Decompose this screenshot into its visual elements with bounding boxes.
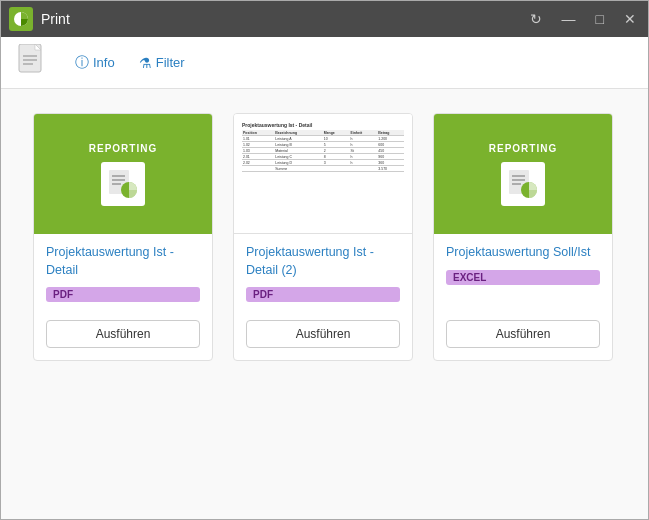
report-card-2: Projektauswertung Ist - Detail PositionB… [233,113,413,361]
card-2-header: Projektauswertung Ist - Detail PositionB… [234,114,412,234]
card-2-body: Projektauswertung Ist - Detail (2) PDF [234,234,412,312]
card-2-badge: PDF [246,287,400,302]
filter-label: Filter [156,55,185,70]
card-3-title: Projektauswertung Soll/Ist [446,244,600,262]
card-3-body: Projektauswertung Soll/Ist EXCEL [434,234,612,312]
report-card-1: REPORTING Projektau [33,113,213,361]
card-1-body: Projektauswertung Ist - Detail PDF [34,234,212,312]
minimize-button[interactable]: — [558,10,580,28]
card-3-footer: Ausführen [434,312,612,360]
app-logo [9,7,33,31]
card-2-footer: Ausführen [234,312,412,360]
window-controls: ↻ — □ ✕ [526,10,640,28]
card-1-title: Projektauswertung Ist - Detail [46,244,200,279]
maximize-button[interactable]: □ [592,10,608,28]
document-icon [17,44,49,82]
reporting-icon-1 [107,168,139,200]
cards-grid: REPORTING Projektau [33,113,616,361]
info-icon: ⓘ [75,54,89,72]
card-1-header: REPORTING [34,114,212,234]
toolbar: ⓘ Info ⚗ Filter [1,37,648,89]
card-2-preview: Projektauswertung Ist - Detail PositionB… [238,118,408,229]
filter-button[interactable]: ⚗ Filter [129,51,195,75]
title-bar: Print ↻ — □ ✕ [1,1,648,37]
card-1-footer: Ausführen [34,312,212,360]
window-title: Print [41,11,526,27]
card-2-title: Projektauswertung Ist - Detail (2) [246,244,400,279]
card-3-header: REPORTING [434,114,612,234]
filter-icon: ⚗ [139,55,152,71]
report-card-3: REPORTING Projektau [433,113,613,361]
card-3-badge: EXCEL [446,270,600,285]
card-3-icon [501,162,545,206]
card-3-header-label: REPORTING [489,143,557,154]
card-1-badge: PDF [46,287,200,302]
info-button[interactable]: ⓘ Info [65,50,125,76]
card-2-execute-button[interactable]: Ausführen [246,320,400,348]
card-1-execute-button[interactable]: Ausführen [46,320,200,348]
card-1-header-label: REPORTING [89,143,157,154]
reporting-icon-3 [507,168,539,200]
card-3-execute-button[interactable]: Ausführen [446,320,600,348]
refresh-button[interactable]: ↻ [526,10,546,28]
main-content: REPORTING Projektau [1,89,648,519]
main-window: Print ↻ — □ ✕ ⓘ Info ⚗ Filter [0,0,649,520]
card-1-icon [101,162,145,206]
info-label: Info [93,55,115,70]
close-button[interactable]: ✕ [620,10,640,28]
